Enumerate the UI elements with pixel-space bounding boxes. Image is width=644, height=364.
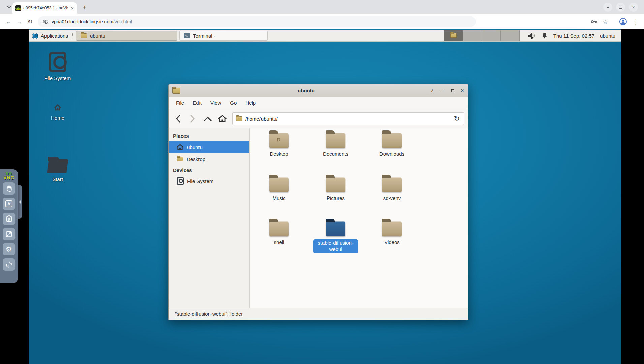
home-icon (54, 104, 61, 111)
profile-avatar-icon[interactable] (619, 17, 627, 26)
desktop-icon-file-system[interactable]: File System (36, 52, 80, 81)
menu-view[interactable]: View (206, 100, 225, 106)
bookmark-star-icon[interactable]: ☆ (601, 17, 610, 26)
home-icon (176, 144, 184, 150)
panel-grip (72, 33, 74, 38)
files-area[interactable]: D Desktop Documents Downloads Music (250, 128, 468, 308)
workspace-switcher[interactable] (444, 30, 520, 41)
window-titlebar[interactable]: ubuntu ∧ – × (169, 84, 468, 97)
folder-item-sd-venv[interactable]: sd-venv (365, 177, 419, 202)
folder-icon (269, 221, 289, 236)
path-field[interactable]: /home/ubuntu/ ↻ (232, 112, 464, 125)
desktop-icon-start[interactable]: Start (36, 157, 80, 182)
folder-item-videos[interactable]: Videos (365, 221, 419, 246)
settings-gear-icon[interactable]: ⚙ (3, 243, 15, 255)
xfce-logo-icon (32, 32, 38, 39)
sidebar: Places ubuntu Desktop Devices File Syste… (169, 128, 250, 308)
close-button[interactable]: × (460, 88, 465, 94)
folder-icon (81, 33, 87, 38)
mini-window-icon (450, 33, 457, 38)
tab-title: e095eb74e053:1 - noVNC (23, 6, 68, 10)
nav-back-button[interactable] (173, 114, 183, 124)
folder-item-music[interactable]: Music (252, 177, 306, 202)
nav-forward-button[interactable] (188, 114, 198, 124)
tab-close-icon[interactable]: × (70, 5, 74, 11)
novnc-favicon-icon: noVNC (15, 5, 21, 11)
taskbar-button-ubuntu[interactable]: ubuntu (76, 31, 177, 41)
folder-icon (177, 157, 183, 161)
reload-button[interactable]: ↻ (454, 115, 460, 123)
file-manager-window: ubuntu ∧ – × File Edit View Go Help (168, 84, 468, 320)
path-folder-icon (236, 116, 242, 121)
path-text: /home/ubuntu/ (245, 116, 451, 122)
folder-item-pictures[interactable]: Pictures (309, 177, 363, 202)
menu-edit[interactable]: Edit (188, 100, 206, 106)
menu-help[interactable]: Help (241, 100, 260, 106)
browser-forward-button[interactable]: → (15, 17, 24, 26)
minimize-button[interactable]: – (440, 88, 445, 93)
browser-tab[interactable]: noVNC e095eb74e053:1 - noVNC × (12, 2, 77, 14)
workspace-2[interactable] (463, 30, 482, 41)
sidebar-item-desktop[interactable]: Desktop (169, 153, 249, 165)
browser-back-button[interactable]: ← (4, 17, 13, 26)
window-close-button[interactable]: × (629, 3, 638, 12)
terminal-icon: >_ (184, 33, 190, 38)
applications-menu-button[interactable]: Applications (29, 30, 71, 41)
volume-muted-icon[interactable] (528, 32, 536, 39)
folder-item-desktop[interactable]: D Desktop (252, 133, 306, 157)
menu-file[interactable]: File (172, 100, 188, 106)
sidebar-item-file-system[interactable]: File System (169, 175, 249, 187)
fullscreen-icon[interactable] (3, 228, 15, 240)
nav-up-button[interactable] (203, 114, 213, 124)
devices-header: Devices (169, 165, 249, 175)
xfce-top-panel: Applications ubuntu >_ Terminal - (29, 30, 621, 42)
workspace-1[interactable] (444, 30, 463, 41)
notification-bell-icon[interactable] (541, 32, 548, 39)
folder-icon (382, 177, 402, 192)
workspace-4[interactable] (501, 30, 520, 41)
window-minimize-button[interactable]: – (603, 3, 612, 12)
folder-icon (47, 157, 68, 174)
window-folder-icon (172, 88, 180, 94)
folder-icon-selected (326, 221, 345, 236)
workspace-3[interactable] (482, 30, 501, 41)
vnc-viewport: Applications ubuntu >_ Terminal - (0, 29, 644, 364)
menubar: File Edit View Go Help (169, 97, 468, 109)
drag-hand-icon[interactable] (3, 182, 15, 195)
remote-desktop: Applications ubuntu >_ Terminal - (29, 29, 621, 364)
maximize-button[interactable] (451, 89, 454, 92)
folder-item-downloads[interactable]: Downloads (365, 133, 419, 157)
tune-icon (42, 19, 48, 25)
novnc-toolbar: noVNC A ⚙ (0, 169, 18, 283)
new-tab-button[interactable]: + (80, 3, 89, 12)
taskbar-button-terminal[interactable]: >_ Terminal - (179, 31, 268, 41)
drive-icon (177, 177, 184, 185)
desktop-icon-home[interactable]: Home (36, 104, 80, 121)
folder-item-documents[interactable]: Documents (309, 133, 363, 157)
novnc-logo: noVNC (0, 169, 18, 180)
statusbar: "stable-diffusion-webui": folder (169, 308, 468, 320)
disconnect-icon[interactable] (3, 258, 15, 271)
drive-icon (49, 52, 66, 72)
url-text: vpna01clouddock.lingsie.com/vnc.html (52, 19, 132, 24)
window-maximize-button[interactable] (616, 3, 625, 12)
panel-username[interactable]: ubuntu (600, 33, 617, 39)
window-title: ubuntu (182, 88, 430, 93)
browser-refresh-button[interactable]: ↻ (26, 17, 34, 26)
panel-clock[interactable]: Thu 11 Sep, 02:57 (553, 33, 594, 39)
places-header: Places (169, 131, 249, 141)
folder-icon (382, 221, 402, 236)
clipboard-icon[interactable] (3, 213, 15, 225)
shade-button[interactable]: ∧ (430, 88, 435, 93)
browser-menu-dots-icon[interactable]: ⋮ (632, 17, 640, 26)
extra-keys-icon[interactable]: A (3, 198, 15, 210)
folder-icon (326, 177, 345, 192)
folder-item-shell[interactable]: shell (252, 221, 306, 246)
password-key-icon[interactable] (590, 17, 599, 26)
folder-icon (269, 177, 289, 192)
nav-home-button[interactable] (217, 114, 227, 124)
sidebar-item-ubuntu[interactable]: ubuntu (169, 141, 249, 153)
menu-go[interactable]: Go (225, 100, 241, 106)
address-bar[interactable]: vpna01clouddock.lingsie.com/vnc.html (38, 16, 476, 27)
folder-item-stable-diffusion-webui[interactable]: stable-diffusion-webui (309, 221, 363, 253)
